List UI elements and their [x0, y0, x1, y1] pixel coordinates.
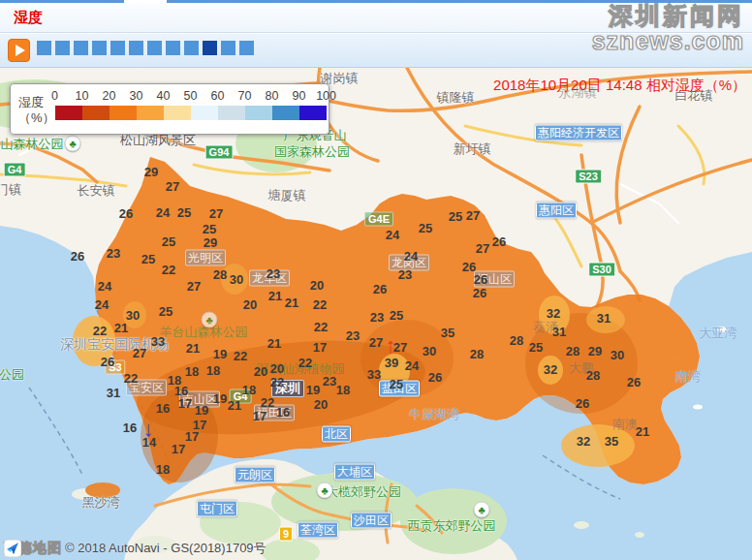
- timeline-frame-6[interactable]: [129, 41, 143, 55]
- map-label-park: 国家森林公园: [274, 143, 350, 161]
- timeline-frame-7[interactable]: [147, 41, 162, 55]
- map-label-water: 大亚湾: [700, 325, 737, 342]
- humidity-value: 23: [107, 246, 120, 261]
- legend-tick: 10: [76, 89, 89, 103]
- humidity-value: 26: [576, 396, 589, 411]
- humidity-value: 17: [178, 396, 192, 411]
- legend-tick: 90: [293, 89, 306, 103]
- timeline-frame-4[interactable]: [92, 41, 107, 55]
- map-label-badge-faded: 光明区: [185, 250, 226, 266]
- humidity-value: 25: [419, 221, 432, 235]
- humidity-value: 18: [336, 383, 350, 397]
- humidity-value: 35: [605, 434, 618, 449]
- humidity-value: 21: [268, 289, 282, 303]
- legend-color-cell: [191, 106, 218, 120]
- humidity-value: 25: [449, 209, 462, 224]
- humidity-value: 23: [346, 328, 360, 343]
- tree-park-icon: ♣: [474, 502, 490, 518]
- timeline-frame-5[interactable]: [110, 41, 125, 55]
- timestamp-text: 2018年10月20日 14:48 相对湿度（%）: [493, 77, 746, 95]
- map-label-scenic: 松山湖风景区: [120, 132, 196, 149]
- legend-label-line2: （%）: [18, 110, 55, 126]
- timeline-frame-2[interactable]: [55, 41, 70, 55]
- humidity-value: 17: [313, 340, 327, 355]
- humidity-value: 26: [492, 234, 506, 249]
- humidity-value: 25: [159, 304, 172, 319]
- play-button[interactable]: [8, 39, 30, 62]
- page-title: 湿度: [14, 9, 43, 27]
- map-label-park: 公园: [0, 366, 24, 384]
- tree-park-icon: ♣: [317, 482, 333, 499]
- legend-tick: 100: [316, 89, 336, 103]
- humidity-value: 19: [213, 391, 227, 406]
- humidity-value: 18: [156, 462, 170, 477]
- map-label-badge: 荃湾区: [298, 522, 338, 539]
- timeline-frame-1[interactable]: [37, 41, 51, 55]
- humidity-value: 22: [261, 395, 274, 410]
- humidity-value: 28: [510, 333, 523, 348]
- humidity-value: 21: [186, 341, 200, 356]
- humidity-value: 18: [185, 364, 199, 379]
- humidity-value: 25: [390, 377, 403, 391]
- humidity-legend: 湿度 （%） 0102030405060708090100: [10, 83, 329, 135]
- legend-color-cell: [137, 106, 164, 120]
- timeline-frames: [37, 41, 254, 55]
- watermark-line2: sznews.com: [592, 29, 744, 54]
- map-label-badge: 元朗区: [235, 467, 275, 483]
- timeline-frame-10[interactable]: [203, 41, 217, 55]
- humidity-value: 21: [636, 424, 649, 439]
- map-label-badge: 大埔区: [334, 464, 375, 481]
- humidity-value: 31: [552, 325, 566, 339]
- humidity-value: 26: [473, 286, 486, 300]
- legend-tick: 40: [157, 89, 171, 103]
- humidity-value: 26: [119, 206, 133, 221]
- timeline-frame-11[interactable]: [221, 41, 235, 55]
- humidity-value: 26: [627, 375, 641, 389]
- humidity-value: 17: [185, 429, 199, 444]
- legend-color-cell: [218, 106, 245, 120]
- legend-label-line1: 湿度: [18, 95, 55, 110]
- humidity-value: 26: [428, 370, 442, 385]
- legend-color-cell: [299, 106, 327, 120]
- humidity-value: 25: [141, 252, 155, 266]
- timeline-frame-9[interactable]: [184, 41, 199, 55]
- humidity-value: 28: [566, 344, 580, 358]
- humidity-value: 27: [476, 241, 489, 256]
- humidity-value: 29: [588, 344, 602, 358]
- humidity-value: 18: [206, 363, 220, 378]
- humidity-value: 27: [209, 206, 223, 221]
- legend-color-cell: [164, 106, 191, 120]
- legend-tick: 30: [130, 89, 143, 103]
- map-label-park: 西贡东郊野公园: [408, 517, 496, 535]
- humidity-value: 19: [213, 347, 227, 361]
- autonavi-logo-icon: [4, 540, 21, 557]
- play-icon: [16, 45, 25, 56]
- humidity-value: 32: [547, 306, 560, 321]
- humidity-value: 30: [611, 348, 624, 362]
- tree-park-icon: ♣: [65, 136, 81, 152]
- humidity-value: 19: [306, 383, 320, 397]
- site-watermark: 深圳新闻网 sznews.com: [592, 4, 744, 53]
- legend-scale: 0102030405060708090100: [55, 89, 327, 127]
- humidity-value: 24: [405, 358, 419, 373]
- humidity-value: 28: [213, 267, 227, 282]
- humidity-value: 24: [386, 228, 399, 242]
- road-shield: G94: [205, 145, 234, 160]
- humidity-value: 20: [254, 364, 267, 379]
- road-shield: S30: [588, 263, 615, 277]
- humidity-value: 22: [298, 356, 312, 370]
- map-label-park: 大榄郊野公园: [326, 483, 401, 501]
- humidity-value: 33: [151, 334, 165, 349]
- humidity-value: 20: [310, 278, 324, 293]
- timeline-frame-8[interactable]: [166, 41, 180, 55]
- road-shield: 9: [279, 527, 293, 542]
- humidity-value: 23: [323, 374, 336, 389]
- down-trend-arrow-icon: ↓: [143, 419, 154, 440]
- map-label-badge: 惠阳经济开发区: [535, 125, 622, 141]
- humidity-value: 22: [234, 349, 247, 363]
- humidity-value: 17: [253, 409, 266, 423]
- timeline-frame-3[interactable]: [74, 41, 88, 55]
- timeline-frame-12[interactable]: [239, 41, 254, 55]
- humidity-value: 26: [101, 355, 114, 369]
- map-canvas[interactable]: 2927262425272529252326252228302320242724…: [0, 68, 752, 560]
